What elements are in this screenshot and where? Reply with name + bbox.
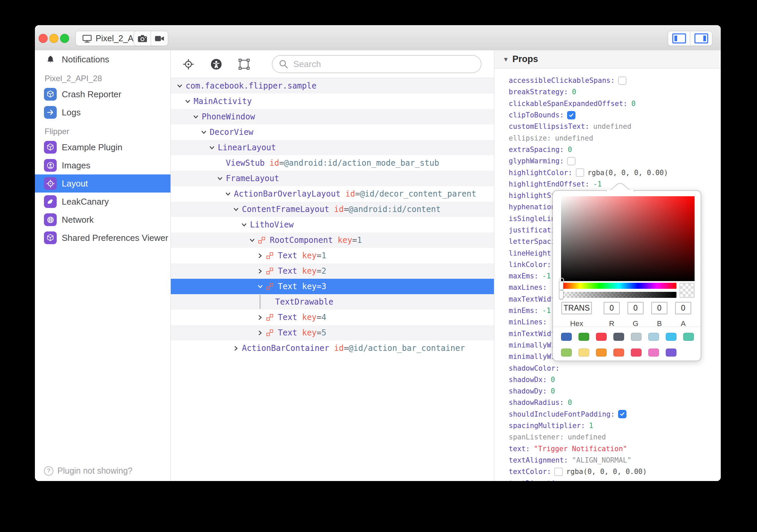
preset-color-swatch[interactable] (648, 349, 659, 357)
prop-value: -1 (542, 307, 551, 315)
preset-color-swatch[interactable] (596, 349, 607, 357)
tree-node-mainactivity[interactable]: MainActivity (171, 94, 494, 109)
tree-node-lithoview[interactable]: LithoView (171, 217, 494, 232)
search-input[interactable] (293, 59, 475, 70)
chevron-down-icon[interactable] (217, 176, 223, 181)
chevron-down-icon[interactable] (193, 114, 199, 119)
preset-color-swatch[interactable] (578, 333, 589, 341)
chevron-down-icon[interactable] (234, 207, 239, 212)
chevron-down-icon[interactable] (242, 222, 247, 227)
sidebar-item-crash-reporter[interactable]: Crash Reporter (35, 85, 170, 103)
preset-color-swatch[interactable] (613, 333, 624, 341)
litho-component-icon (266, 283, 273, 290)
prop-row-shadowcolor: shadowColor: (509, 362, 721, 374)
green-input[interactable] (627, 302, 644, 314)
chevron-down-icon[interactable] (250, 238, 255, 243)
saturation-value-area[interactable] (561, 196, 695, 281)
chevron-right-icon[interactable] (258, 253, 263, 258)
tree-node-text-3[interactable]: Textkey=3 (171, 279, 494, 294)
litho-component-icon (266, 329, 273, 336)
sidebar-item-images[interactable]: Images (35, 156, 170, 174)
tree-node-framelayout[interactable]: FrameLayout (171, 171, 494, 186)
sidebar-item-example-plugin[interactable]: Example Plugin (35, 138, 170, 156)
preset-color-swatch[interactable] (578, 349, 589, 357)
color-swatch-control[interactable] (576, 168, 584, 177)
tree-node-linearlayout[interactable]: LinearLayout (171, 140, 494, 155)
sidebar-item-layout[interactable]: Layout (35, 174, 170, 193)
plugin-help-link[interactable]: ? Plugin not showing? (44, 466, 133, 476)
tree-node-text-1[interactable]: Textkey=1 (171, 248, 494, 263)
tree-node-contentframelayout--android-id-content[interactable]: ContentFrameLayoutid=@android:id/content (171, 202, 494, 217)
blue-input[interactable] (651, 302, 667, 314)
preset-color-swatch[interactable] (613, 349, 624, 357)
sidebar-item-notifications[interactable]: Notifications (35, 50, 170, 68)
tree-node-phonewindow[interactable]: PhoneWindow (171, 109, 494, 124)
tree-node-actionbarcontainer--id-action-bar-container[interactable]: ActionBarContainerid=@id/action_bar_cont… (171, 340, 494, 356)
preset-color-swatch[interactable] (561, 333, 572, 341)
prop-value: -1 (593, 180, 602, 188)
chevron-right-icon[interactable] (234, 346, 239, 351)
toggle-right-panel-button[interactable] (690, 31, 712, 46)
alpha-input[interactable] (675, 302, 691, 314)
prop-key: ellipsize: (509, 134, 551, 142)
checkbox-unchecked[interactable] (618, 76, 626, 85)
target-mode-icon[interactable] (183, 59, 194, 70)
sidebar-item-logs[interactable]: Logs (35, 103, 170, 121)
screenshot-button[interactable] (134, 31, 151, 46)
tree-node-com-facebook-flipper-sample[interactable]: com.facebook.flipper.sample (171, 78, 494, 94)
prop-row-highlightcolor: highlightColor:rgba(0, 0, 0, 0.00) (509, 167, 721, 178)
accessibility-icon[interactable] (211, 59, 222, 70)
prop-row-breakstrategy: breakStrategy:0 (509, 86, 721, 98)
chevron-right-icon[interactable] (258, 269, 263, 274)
hue-slider-handle[interactable] (559, 281, 563, 290)
tree-node-decorview[interactable]: DecorView (171, 124, 494, 140)
color-swatch-control[interactable] (554, 468, 563, 476)
zoom-button[interactable] (60, 34, 69, 43)
search-field[interactable] (272, 55, 482, 73)
props-header[interactable]: ▾ Props (494, 50, 721, 68)
tree-node-text-5[interactable]: Textkey=5 (171, 325, 494, 340)
sidebar-item-label: Example Plugin (62, 142, 122, 153)
preset-color-swatch[interactable] (631, 349, 642, 357)
tree-node-text-4[interactable]: Textkey=4 (171, 310, 494, 325)
checkbox-unchecked[interactable] (567, 157, 575, 165)
tree-node-actionbaroverlaylayout--id-decor-content-parent[interactable]: ActionBarOverlayLayoutid=@id/decor_conte… (171, 186, 494, 202)
frame-select-icon[interactable] (239, 59, 250, 70)
checkbox-checked[interactable] (567, 111, 575, 119)
alpha-slider[interactable] (561, 292, 676, 298)
sidebar-item-network[interactable]: Network (35, 211, 170, 229)
chevron-down-icon[interactable] (258, 284, 263, 289)
prop-key: maxLines: (509, 283, 547, 291)
chevron-right-icon[interactable] (258, 330, 263, 335)
screen-record-button[interactable] (151, 31, 168, 46)
alpha-slider-handle[interactable] (559, 290, 563, 299)
chevron-down-icon[interactable] (177, 84, 183, 89)
preset-color-swatch[interactable] (666, 349, 676, 357)
chevron-down-icon[interactable] (201, 130, 207, 135)
chevron-down-icon[interactable] (209, 145, 215, 150)
toggle-left-panel-button[interactable] (668, 31, 690, 46)
tree-node-text-2[interactable]: Textkey=2 (171, 263, 494, 279)
chevron-down-icon[interactable] (225, 192, 231, 197)
preset-color-swatch[interactable] (631, 333, 642, 341)
red-input[interactable] (604, 302, 620, 314)
tree-node-viewstub--android-id-action-mode-bar-stub[interactable]: ViewStubid=@android:id/action_mode_bar_s… (171, 155, 494, 171)
checkbox-checked[interactable] (618, 410, 626, 418)
tree-node-rootcomponent-1[interactable]: RootComponentkey=1 (171, 232, 494, 248)
preset-color-swatch[interactable] (683, 333, 694, 341)
chevron-down-icon[interactable] (185, 99, 191, 104)
tree-node-textdrawable[interactable]: TextDrawable (171, 294, 494, 310)
preset-color-swatch[interactable] (596, 333, 607, 341)
minimize-button[interactable] (49, 34, 58, 43)
hue-slider[interactable] (561, 283, 676, 289)
popup-caret (606, 182, 634, 192)
sidebar-item-shared-preferences-viewer[interactable]: Shared Preferences Viewer (35, 229, 170, 247)
preset-color-swatch[interactable] (666, 333, 676, 341)
close-button[interactable] (39, 34, 48, 43)
node-name: Text (278, 251, 297, 260)
preset-color-swatch[interactable] (648, 333, 659, 341)
preset-color-swatch[interactable] (561, 349, 572, 357)
hex-input[interactable] (561, 302, 592, 314)
sidebar-item-leakcanary[interactable]: LeakCanary (35, 193, 170, 211)
chevron-right-icon[interactable] (258, 315, 263, 320)
